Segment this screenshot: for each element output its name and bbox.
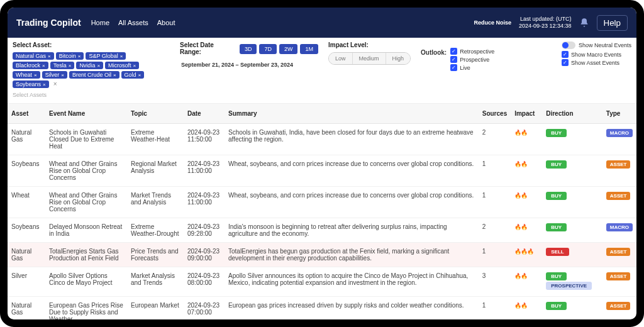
table-row[interactable]: Natural Gas European Gas Prices Rise Due…: [8, 297, 636, 328]
asset-chip[interactable]: S&P Global×: [86, 52, 126, 60]
chip-remove-icon[interactable]: ×: [61, 72, 64, 78]
updated-value: 2024-09-23 12:34:38: [519, 23, 572, 30]
type-badge-asset: ASSET: [606, 192, 631, 200]
impact-button-low[interactable]: Low: [329, 53, 352, 64]
cell-impact: 🔥🔥: [511, 124, 542, 155]
type-badge-macro: MACRO: [606, 129, 633, 137]
outlook-check-prospective[interactable]: ✓Prospective: [450, 56, 494, 63]
column-header-event-name[interactable]: Event Name: [45, 104, 127, 124]
cell-topic: European Market: [127, 297, 184, 328]
impact-button-high[interactable]: High: [386, 53, 411, 64]
reduce-noise-link[interactable]: Reduce Noise: [474, 19, 511, 26]
range-button-7d[interactable]: 7D: [259, 44, 277, 54]
checkbox-icon: ✓: [562, 51, 569, 58]
cell-event: European Gas Prices Rise Due to Supply R…: [45, 297, 127, 328]
column-header-type[interactable]: Type: [602, 104, 636, 124]
outlook-control: Outlook: ✓Retrospective✓Prospective✓Live: [421, 48, 494, 71]
chip-remove-icon[interactable]: ×: [42, 63, 45, 69]
chip-remove-icon[interactable]: ×: [48, 53, 51, 59]
chip-remove-icon[interactable]: ×: [138, 72, 142, 78]
cell-direction: BUY: [542, 187, 602, 218]
asset-chip[interactable]: Wheat×: [13, 71, 40, 79]
cell-event: Delayed Monsoon Retreat in India: [45, 218, 127, 243]
cell-impact: 🔥🔥: [511, 297, 542, 328]
date-range-control: Select Date Range: 3D7D2W1M September 21…: [180, 42, 318, 70]
chip-remove-icon[interactable]: ×: [120, 53, 123, 59]
checkbox-icon: ✓: [450, 64, 457, 71]
neutral-events-toggle[interactable]: [562, 42, 575, 49]
clear-chips-icon[interactable]: ×: [51, 80, 60, 88]
flame-icon: 🔥🔥: [514, 192, 527, 199]
asset-chip[interactable]: Natural Gas×: [13, 52, 54, 60]
nav-all-assets[interactable]: All Assets: [118, 19, 148, 26]
checkbox-icon: ✓: [450, 48, 457, 55]
neutral-toggle-label: Show Neutral Events: [579, 42, 631, 48]
date-range-display[interactable]: September 21, 2024 – September 23, 2024: [180, 59, 318, 70]
direction-badge-buy: BUY: [546, 223, 567, 231]
table-row[interactable]: Natural Gas Schools in Guwahati Closed D…: [8, 124, 636, 155]
flame-icon: 🔥🔥🔥: [514, 248, 533, 255]
events-table-wrap[interactable]: AssetEvent NameTopicDateSummarySourcesIm…: [8, 104, 636, 327]
column-header-topic[interactable]: Topic: [127, 104, 184, 124]
help-button[interactable]: Help: [597, 15, 628, 31]
cell-event: Apollo Silver Options Cinco de Mayo Proj…: [45, 267, 127, 297]
chip-remove-icon[interactable]: ×: [78, 53, 81, 59]
cell-summary: Wheat, soybeans, and corn prices increas…: [225, 187, 479, 218]
chip-remove-icon[interactable]: ×: [69, 63, 72, 69]
table-row[interactable]: Soybeans Wheat and Other Grains Rise on …: [8, 155, 636, 187]
range-button-1m[interactable]: 1M: [300, 44, 318, 54]
chip-remove-icon[interactable]: ×: [113, 72, 116, 78]
filter-checks: ✓Show Macro Events✓Show Asset Events: [562, 51, 631, 66]
column-header-direction[interactable]: Direction: [542, 104, 602, 124]
chip-remove-icon[interactable]: ×: [43, 82, 46, 87]
cell-topic: Extreme Weather-Heat: [127, 124, 184, 155]
direction-badge-buy: BUY: [546, 272, 567, 280]
asset-chip[interactable]: Microsoft×: [105, 62, 139, 69]
cell-type: ASSET: [602, 187, 636, 218]
flame-icon: 🔥🔥: [514, 273, 527, 279]
range-button-2w[interactable]: 2W: [279, 44, 298, 54]
filter-check[interactable]: ✓Show Macro Events: [562, 51, 631, 58]
table-row[interactable]: Soybeans Delayed Monsoon Retreat in Indi…: [8, 218, 636, 243]
table-row[interactable]: Silver Apollo Silver Options Cinco de Ma…: [8, 267, 636, 297]
asset-chip[interactable]: Brent Crude Oil×: [69, 71, 119, 79]
table-row[interactable]: Wheat Wheat and Other Grains Rise on Glo…: [8, 187, 636, 218]
cell-summary: European gas prices increased driven by …: [225, 297, 479, 328]
range-button-3d[interactable]: 3D: [240, 44, 257, 54]
chip-remove-icon[interactable]: ×: [133, 63, 136, 69]
asset-chip[interactable]: Bitcoin×: [56, 52, 84, 60]
asset-chip[interactable]: Blackrock×: [13, 62, 48, 69]
filter-check[interactable]: ✓Show Asset Events: [562, 59, 631, 66]
asset-chip[interactable]: Nvidia×: [76, 62, 103, 69]
type-badge-asset: ASSET: [606, 272, 631, 280]
cell-direction: BUYPROSPECTIVE: [542, 267, 602, 297]
column-header-asset[interactable]: Asset: [8, 104, 45, 124]
asset-chip[interactable]: Silver×: [42, 71, 67, 79]
table-row[interactable]: Natural Gas TotalEnergies Starts Gas Pro…: [8, 243, 636, 267]
chip-remove-icon[interactable]: ×: [34, 72, 37, 78]
nav-about[interactable]: About: [157, 19, 175, 26]
chip-remove-icon[interactable]: ×: [97, 63, 100, 69]
asset-chip[interactable]: Soybeans×: [13, 80, 49, 88]
outlook-check-live[interactable]: ✓Live: [450, 64, 494, 71]
cell-sources: 1: [479, 155, 511, 187]
cell-asset: Soybeans: [8, 218, 45, 243]
cell-date: 2024-09-2309:28:00: [184, 218, 225, 243]
outlook-check-retrospective[interactable]: ✓Retrospective: [450, 48, 494, 55]
cell-event: Wheat and Other Grains Rise on Global Cr…: [45, 187, 127, 218]
cell-type: ASSET: [602, 297, 636, 328]
select-assets-input[interactable]: Select Assets: [13, 91, 170, 99]
impact-button-medium[interactable]: Medium: [352, 53, 386, 64]
notification-icon[interactable]: [579, 18, 589, 28]
asset-chip[interactable]: Tesla×: [50, 62, 75, 69]
cell-type: ASSET: [602, 243, 636, 267]
asset-chip[interactable]: Gold×: [121, 71, 145, 79]
nav-home[interactable]: Home: [91, 19, 109, 26]
column-header-date[interactable]: Date: [184, 104, 225, 124]
cell-sources: 2: [479, 124, 511, 155]
header-right: Reduce Noise Last updated: (UTC) 2024-09…: [474, 15, 628, 31]
direction-badge-sell: SELL: [546, 248, 569, 256]
column-header-summary[interactable]: Summary: [225, 104, 479, 124]
column-header-sources[interactable]: Sources: [479, 104, 511, 124]
column-header-impact[interactable]: Impact: [511, 104, 542, 124]
